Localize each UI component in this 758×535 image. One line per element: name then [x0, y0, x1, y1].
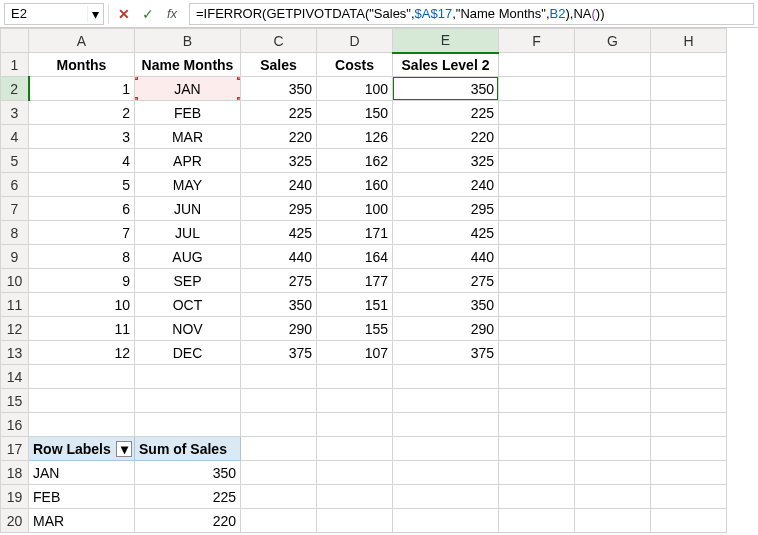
pivot-values-header[interactable]: Sum of Sales — [135, 437, 241, 461]
data-cell[interactable]: 8 — [29, 245, 135, 269]
cell[interactable] — [241, 365, 317, 389]
row-header[interactable]: 9 — [1, 245, 29, 269]
pivot-value[interactable]: 225 — [135, 485, 241, 509]
pivot-row-label[interactable]: MAR — [29, 509, 135, 533]
pivot-row-labels-header[interactable]: Row Labels▾ — [29, 437, 135, 461]
column-header[interactable]: B — [135, 29, 241, 53]
cell[interactable] — [651, 509, 727, 533]
cell[interactable] — [651, 485, 727, 509]
data-cell[interactable]: SEP — [135, 269, 241, 293]
row-header[interactable]: 16 — [1, 413, 29, 437]
data-cell[interactable]: 162 — [317, 149, 393, 173]
data-cell[interactable]: 425 — [241, 221, 317, 245]
row-header[interactable]: 1 — [1, 53, 29, 77]
data-cell[interactable]: 325 — [393, 149, 499, 173]
data-cell[interactable]: 10 — [29, 293, 135, 317]
data-cell[interactable]: 11 — [29, 317, 135, 341]
data-cell[interactable]: 6 — [29, 197, 135, 221]
pivot-value[interactable]: 350 — [135, 461, 241, 485]
cell[interactable] — [393, 365, 499, 389]
data-cell[interactable]: 12 — [29, 341, 135, 365]
data-cell[interactable] — [575, 197, 651, 221]
data-cell[interactable] — [499, 197, 575, 221]
data-cell[interactable] — [575, 269, 651, 293]
cell[interactable] — [499, 509, 575, 533]
cell[interactable] — [241, 437, 317, 461]
cell[interactable] — [317, 413, 393, 437]
data-cell[interactable] — [499, 149, 575, 173]
data-cell[interactable]: 7 — [29, 221, 135, 245]
data-cell[interactable]: 4 — [29, 149, 135, 173]
row-header[interactable]: 18 — [1, 461, 29, 485]
column-header[interactable]: C — [241, 29, 317, 53]
table-header-cell[interactable]: Costs — [317, 53, 393, 77]
data-cell[interactable]: 295 — [241, 197, 317, 221]
cell[interactable] — [575, 437, 651, 461]
data-cell[interactable] — [651, 77, 727, 101]
cancel-button[interactable]: ✕ — [113, 3, 135, 25]
cell[interactable] — [135, 389, 241, 413]
referenced-cell[interactable]: JAN — [135, 77, 241, 101]
cell[interactable] — [651, 437, 727, 461]
cell[interactable] — [575, 485, 651, 509]
row-header[interactable]: 11 — [1, 293, 29, 317]
data-cell[interactable] — [499, 293, 575, 317]
cell[interactable] — [575, 365, 651, 389]
cell[interactable] — [575, 413, 651, 437]
data-cell[interactable]: 220 — [241, 125, 317, 149]
data-cell[interactable]: NOV — [135, 317, 241, 341]
cell[interactable] — [651, 389, 727, 413]
cell[interactable] — [575, 389, 651, 413]
data-cell[interactable]: JUN — [135, 197, 241, 221]
row-header[interactable]: 19 — [1, 485, 29, 509]
cell[interactable] — [393, 485, 499, 509]
column-header[interactable]: H — [651, 29, 727, 53]
pivot-row-label[interactable]: JAN — [29, 461, 135, 485]
data-cell[interactable]: 2 — [29, 101, 135, 125]
row-header[interactable]: 14 — [1, 365, 29, 389]
row-header[interactable]: 4 — [1, 125, 29, 149]
data-cell[interactable]: DEC — [135, 341, 241, 365]
data-cell[interactable] — [499, 173, 575, 197]
cell[interactable] — [317, 461, 393, 485]
data-cell[interactable]: 295 — [393, 197, 499, 221]
pivot-value[interactable]: 220 — [135, 509, 241, 533]
cell[interactable] — [241, 413, 317, 437]
cell[interactable] — [393, 413, 499, 437]
data-cell[interactable] — [651, 341, 727, 365]
cell[interactable] — [317, 485, 393, 509]
cell[interactable] — [317, 509, 393, 533]
cell[interactable] — [241, 509, 317, 533]
data-cell[interactable]: 350 — [241, 293, 317, 317]
data-cell[interactable]: 150 — [317, 101, 393, 125]
data-cell[interactable] — [575, 341, 651, 365]
cell[interactable] — [135, 365, 241, 389]
column-header[interactable]: A — [29, 29, 135, 53]
data-cell[interactable] — [499, 245, 575, 269]
insert-function-button[interactable]: fx — [161, 3, 183, 25]
data-cell[interactable]: 350 — [241, 77, 317, 101]
data-cell[interactable] — [651, 221, 727, 245]
data-cell[interactable]: FEB — [135, 101, 241, 125]
cell[interactable] — [651, 365, 727, 389]
data-cell[interactable]: 350 — [393, 293, 499, 317]
table-header-cell[interactable]: Name Months — [135, 53, 241, 77]
row-header[interactable]: 8 — [1, 221, 29, 245]
data-cell[interactable] — [499, 317, 575, 341]
pivot-filter-button[interactable]: ▾ — [116, 441, 132, 457]
data-cell[interactable] — [575, 77, 651, 101]
cell[interactable] — [393, 437, 499, 461]
data-cell[interactable]: 290 — [241, 317, 317, 341]
column-header[interactable]: E — [393, 29, 499, 53]
data-cell[interactable] — [575, 101, 651, 125]
data-cell[interactable] — [499, 101, 575, 125]
cell[interactable] — [499, 365, 575, 389]
data-cell[interactable]: 325 — [241, 149, 317, 173]
data-cell[interactable]: 155 — [317, 317, 393, 341]
cell[interactable] — [651, 413, 727, 437]
row-header[interactable]: 13 — [1, 341, 29, 365]
cell[interactable] — [499, 389, 575, 413]
data-cell[interactable]: JUL — [135, 221, 241, 245]
data-cell[interactable]: 177 — [317, 269, 393, 293]
data-cell[interactable] — [651, 101, 727, 125]
